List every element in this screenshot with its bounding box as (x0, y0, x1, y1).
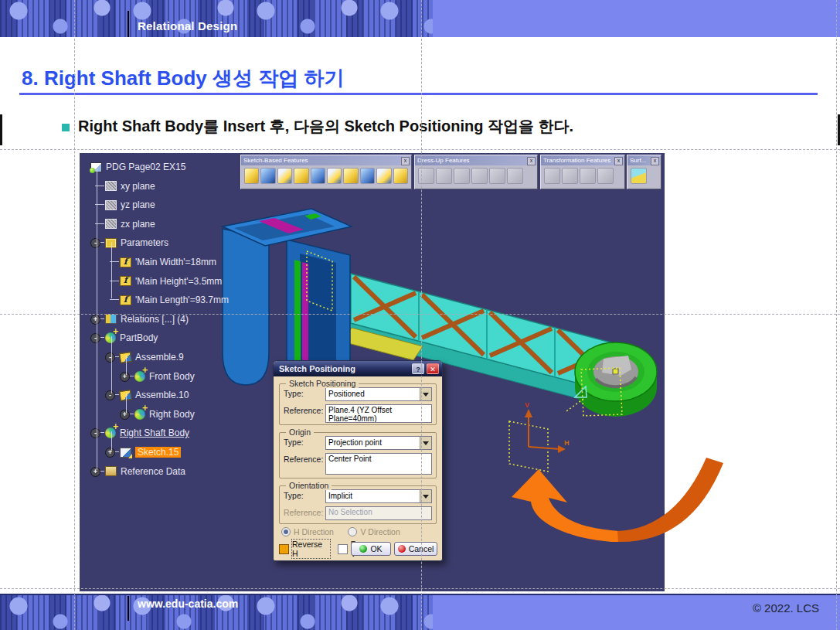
page-title: 8. Right Shaft Body 생성 작업 하기 (22, 65, 344, 92)
tree-item-partbody[interactable]: -PartBody (105, 330, 158, 346)
type-dropdown[interactable]: Positioned (325, 387, 432, 401)
help-icon[interactable]: ? (412, 363, 424, 374)
chamfer-icon[interactable] (436, 168, 452, 184)
tree-item-label: Parameters (121, 237, 168, 248)
thread-icon[interactable] (507, 168, 523, 184)
tree-expander-icon[interactable]: - (105, 390, 115, 400)
tree-item-label: zx plane (121, 219, 155, 230)
tree-connector (110, 299, 119, 300)
top-banner-solid (433, 0, 840, 37)
tree-item-label: Right Body (149, 409, 195, 420)
v-direction-label: V Direction (360, 527, 400, 536)
reference-field[interactable]: Center Point (325, 453, 432, 475)
tree-expander-icon[interactable]: - (90, 428, 100, 438)
reference-label: Reference: (284, 453, 325, 464)
tree-expander-icon[interactable]: - (105, 352, 115, 363)
group-orientation: Orientation Type: Implicit Reference: No… (279, 485, 437, 524)
tree-item-assemble-10[interactable]: -Assemble.10 (120, 387, 189, 403)
tree-item-assemble-9[interactable]: -Assemble.9 (120, 349, 184, 365)
tree-item-pdg-page02-ex15[interactable]: PDG Page02 EX15 (90, 159, 185, 175)
ok-label: OK (370, 544, 382, 553)
tree-item-sketch-15[interactable]: +Sketch.15 (120, 444, 181, 460)
tree-expander-icon[interactable]: - (90, 238, 100, 248)
reference-field[interactable]: Plane.4 (YZ Offset Plane=40mm) (325, 404, 432, 423)
tree-item-main-width-18mm[interactable]: 'Main Width'=18mm (120, 254, 216, 270)
rib-icon[interactable] (343, 168, 358, 184)
cancel-button[interactable]: Cancel (394, 542, 437, 556)
green-boss (575, 342, 657, 417)
dialog-title: Sketch Positioning (279, 364, 355, 373)
toolbar-close-icon[interactable]: x (401, 157, 410, 165)
tree-item-right-body[interactable]: +Right Body (134, 407, 195, 422)
guide-horizontal-top (0, 149, 840, 150)
parameter-icon (120, 295, 131, 305)
tree-item-front-body[interactable]: +Front Body (134, 369, 195, 384)
reference-label: Reference: (284, 404, 325, 415)
close-icon[interactable]: ✕ (427, 363, 439, 374)
cancel-icon (398, 545, 406, 553)
tree-item-zx-plane[interactable]: zx plane (105, 216, 155, 232)
translation-icon[interactable] (544, 168, 560, 184)
stiffener-icon[interactable] (393, 168, 408, 184)
thickness-icon[interactable] (489, 168, 505, 184)
type-dropdown[interactable]: Projection point (325, 436, 432, 450)
tree-item-main-length-93-7mm[interactable]: 'Main Length'=93.7mm (120, 292, 229, 308)
toolbar-close-icon[interactable]: x (614, 157, 623, 165)
v-direction-radio[interactable]: V Direction (348, 527, 400, 536)
reverse-h-label: Reverse H (292, 540, 330, 558)
tree-expander-icon[interactable]: + (90, 315, 100, 325)
tree-item-right-shaft-body[interactable]: -Right Shaft Body (105, 425, 189, 441)
tree-item-label: 'Main Height'=3.5mm (135, 276, 222, 287)
shaft-icon[interactable] (294, 168, 308, 184)
h-direction-label: H Direction (294, 527, 334, 536)
bullet-marker (62, 124, 70, 131)
tree-item-xy-plane[interactable]: xy plane (105, 179, 155, 194)
type-dropdown[interactable]: Implicit (325, 489, 432, 503)
tree-item-yz-plane[interactable]: yz plane (105, 197, 155, 213)
mirror-icon[interactable] (562, 168, 578, 184)
reference-icon (105, 466, 117, 476)
group-origin: Origin Type: Projection point Reference:… (279, 432, 437, 478)
plane-icon (105, 200, 117, 210)
tree-expander-icon[interactable]: + (120, 410, 130, 420)
reverse-h-checkbox[interactable] (279, 544, 289, 554)
toolbar-title: Dress-Up Features (415, 155, 537, 165)
tree-item-main-height-3-5mm[interactable]: 'Main Height'=3.5mm (120, 274, 222, 289)
h-direction-radio[interactable]: H Direction (281, 527, 334, 536)
slot-icon[interactable] (360, 168, 375, 184)
tree-expander-icon[interactable]: + (120, 372, 130, 382)
toolbar-close-icon[interactable]: x (651, 157, 659, 165)
rectangular-pattern-icon[interactable] (580, 168, 596, 184)
toolbar-title: Transformation Features (541, 155, 624, 165)
radio-dot-icon (348, 527, 357, 536)
guide-horizontal-bottom (0, 588, 840, 589)
surface-icon[interactable] (631, 168, 647, 184)
tree-expander-icon[interactable]: + (105, 448, 115, 458)
type-value: Implicit (326, 490, 420, 502)
shell-icon[interactable] (471, 168, 488, 184)
groove-icon[interactable] (311, 168, 325, 184)
group-legend: Orientation (286, 481, 332, 490)
type-label: Type: (284, 436, 325, 447)
multi-sections-solid-icon[interactable] (376, 168, 391, 184)
tree-item-parameters[interactable]: -Parameters (105, 235, 168, 250)
toolbar-close-icon[interactable]: x (527, 157, 536, 165)
toolbar-dress-up-features: Dress-Up Features x (414, 155, 538, 189)
group-legend: Sketch Positioning (286, 379, 359, 388)
tree-item-label: PDG Page02 EX15 (106, 162, 185, 172)
footer-url[interactable]: www.edu-catia.com (138, 598, 238, 610)
tree-expander-icon[interactable]: + (90, 467, 100, 477)
reverse-v-checkbox[interactable] (338, 544, 348, 554)
body-icon (134, 409, 145, 420)
hole-icon[interactable] (327, 168, 342, 184)
tree-item-label: Right Shaft Body (120, 427, 189, 438)
draft-angle-icon[interactable] (454, 168, 470, 184)
dialog-titlebar[interactable]: Sketch Positioning ? ✕ (274, 361, 442, 376)
scaling-icon[interactable] (597, 168, 614, 184)
top-banner-divider (128, 11, 129, 37)
ok-button[interactable]: OK (351, 542, 391, 556)
tree-item-reference-data[interactable]: +Reference Data (105, 464, 185, 479)
tree-expander-icon[interactable]: - (90, 333, 100, 343)
direction-radios: H Direction V Direction (281, 526, 411, 540)
tree-item-label: Reference Data (121, 466, 185, 477)
